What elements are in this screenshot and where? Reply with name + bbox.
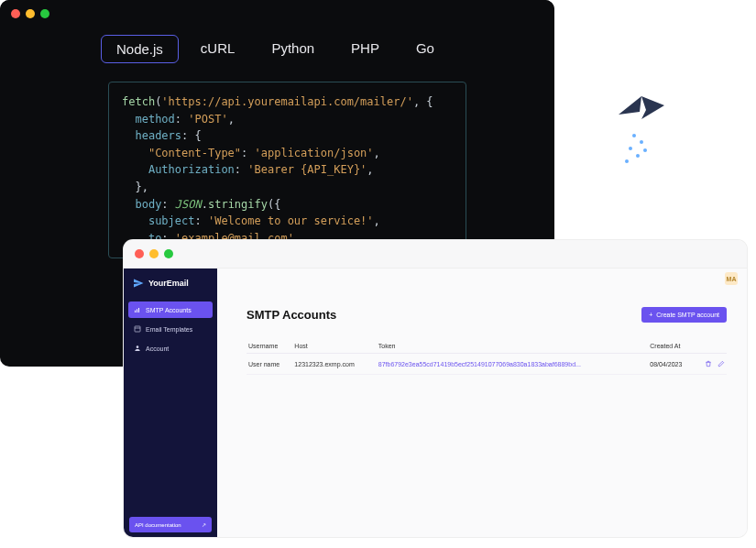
plus-icon: +	[649, 312, 652, 318]
col-username: Username	[247, 339, 292, 354]
cell-created: 08/04/2023	[648, 354, 695, 375]
cell-host: 12312323.exmp.com	[292, 354, 376, 375]
minimize-dot[interactable]	[149, 249, 159, 258]
api-docs-button[interactable]: API documentation ↗	[129, 517, 212, 532]
svg-point-11	[643, 148, 647, 152]
code-token: body	[135, 198, 161, 211]
template-icon	[134, 325, 141, 333]
create-label: Create SMTP account	[656, 312, 719, 318]
col-token: Token	[377, 339, 649, 354]
code-token: 'https://api.youremailapi.com/mailer/'	[161, 95, 413, 108]
col-created: Created At	[648, 339, 695, 354]
content: SMTP Accounts + Create SMTP account User…	[247, 307, 727, 375]
page-title: SMTP Accounts	[247, 308, 336, 322]
code-token: 'application/json'	[255, 147, 374, 159]
window-controls	[0, 0, 554, 27]
tab-go[interactable]: Go	[401, 35, 449, 63]
code-snippet: fetch('https://api.youremailapi.com/mail…	[108, 82, 466, 258]
paper-plane-decoration	[614, 92, 669, 174]
svg-rect-0	[135, 311, 136, 312]
code-token: method	[135, 113, 174, 126]
cell-username: User name	[247, 354, 292, 375]
sidebar-item-account[interactable]: Account	[128, 340, 213, 356]
maximize-dot[interactable]	[40, 9, 49, 18]
code-token: JSON	[175, 198, 202, 211]
user-icon	[134, 345, 141, 352]
dashboard-body: YourEmail SMTP Accounts Email Templates …	[124, 269, 747, 537]
paper-plane-icon	[133, 278, 144, 289]
create-smtp-button[interactable]: + Create SMTP account	[641, 307, 727, 323]
api-docs-label: API documentation	[135, 522, 181, 528]
dashboard-window: YourEmail SMTP Accounts Email Templates …	[124, 240, 747, 537]
delete-icon[interactable]	[705, 360, 712, 367]
cell-token[interactable]: 87fb6792e3ea55cd71419b5ecf251491077069a8…	[377, 354, 649, 375]
sidebar-item-templates[interactable]: Email Templates	[128, 321, 213, 337]
svg-point-9	[636, 154, 640, 158]
code-token: Authorization	[148, 163, 235, 176]
minimize-dot[interactable]	[26, 9, 35, 18]
table-row: User name 12312323.exmp.com 87fb6792e3ea…	[247, 354, 727, 375]
sidebar-items: SMTP Accounts Email Templates Account	[124, 300, 217, 511]
maximize-dot[interactable]	[164, 249, 173, 258]
col-actions	[696, 339, 727, 354]
bars-icon	[134, 306, 141, 313]
code-token: stringify	[208, 198, 268, 211]
svg-point-6	[632, 134, 636, 137]
sidebar: YourEmail SMTP Accounts Email Templates …	[124, 269, 217, 537]
brand: YourEmail	[124, 269, 217, 300]
close-dot[interactable]	[11, 9, 20, 18]
code-token: 'POST'	[188, 113, 227, 126]
tab-curl[interactable]: cURL	[186, 35, 250, 63]
sidebar-item-label: SMTP Accounts	[146, 307, 192, 313]
svg-point-5	[137, 345, 139, 348]
sidebar-item-smtp[interactable]: SMTP Accounts	[128, 301, 213, 318]
brand-label: YourEmail	[148, 279, 189, 288]
svg-rect-2	[138, 308, 139, 312]
window-controls	[124, 240, 747, 269]
main-panel: MA SMTP Accounts + Create SMTP account U…	[217, 269, 747, 537]
tab-python[interactable]: Python	[257, 35, 329, 63]
code-token: fetch	[122, 95, 155, 108]
edit-icon[interactable]	[718, 360, 725, 367]
tab-php[interactable]: PHP	[336, 35, 394, 63]
arrow-icon: ↗	[202, 521, 206, 528]
svg-rect-1	[137, 309, 137, 312]
code-token: subject	[148, 214, 195, 227]
svg-rect-3	[135, 326, 140, 332]
smtp-table: Username Host Token Created At User name…	[247, 339, 727, 375]
svg-point-10	[625, 159, 629, 163]
avatar[interactable]: MA	[725, 272, 738, 285]
sidebar-footer: API documentation ↗	[124, 511, 217, 537]
code-token: 'Bearer {API_KEY}'	[247, 163, 367, 176]
sidebar-item-label: Account	[146, 345, 169, 352]
svg-point-7	[640, 140, 643, 144]
code-token: "Content-Type"	[148, 147, 241, 159]
close-dot[interactable]	[135, 249, 144, 258]
sidebar-item-label: Email Templates	[146, 326, 192, 333]
cell-actions	[696, 354, 727, 375]
tab-nodejs[interactable]: Node.js	[101, 35, 179, 63]
code-token: 'Welcome to our service!'	[208, 214, 374, 227]
code-token: headers	[135, 129, 181, 142]
page-header: SMTP Accounts + Create SMTP account	[247, 307, 727, 323]
svg-point-8	[629, 147, 632, 150]
language-tabs: Node.js cURL Python PHP Go	[0, 27, 554, 74]
col-host: Host	[292, 339, 376, 354]
